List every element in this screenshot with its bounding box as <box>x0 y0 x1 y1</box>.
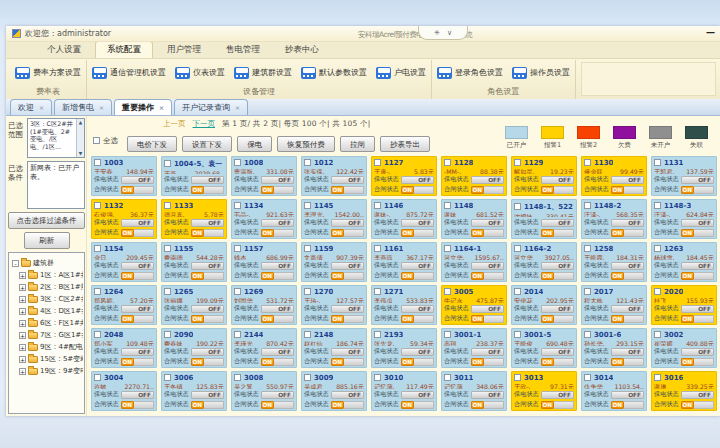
ribbon-button[interactable]: 户电设置 <box>376 67 426 79</box>
toolbar-button[interactable]: 电价下发 <box>127 136 177 152</box>
next-page-link[interactable]: 下一页 <box>193 119 216 129</box>
tree-item[interactable]: + 15区：5#变站 (3#... <box>19 354 83 364</box>
tree-item[interactable]: + 4区：D区1#井 (... <box>19 306 83 316</box>
tree-item[interactable]: + 3区：C区2#井 (1#... <box>19 294 83 304</box>
meter-checkbox[interactable] <box>94 202 101 209</box>
meter-checkbox[interactable] <box>94 159 101 166</box>
meter-checkbox[interactable] <box>94 245 101 252</box>
meter-checkbox[interactable] <box>374 159 381 166</box>
quick-access-icon[interactable]: ✳ <box>434 29 440 37</box>
selected-range-listbox[interactable]: 3区：C区2#井 (1#变电、2#变电、/区电、/1区... ▲ ▼ <box>27 118 85 158</box>
meter-checkbox[interactable] <box>94 288 101 295</box>
menu-tab[interactable]: 系统配置 <box>95 41 153 58</box>
menu-tab[interactable]: 个人设置 <box>36 42 92 58</box>
tree-item[interactable]: + 9区：4#配电井 (... <box>19 342 83 352</box>
expand-icon[interactable]: + <box>19 332 26 339</box>
meter-checkbox[interactable] <box>514 245 521 252</box>
scroll-up-icon[interactable]: ▲ <box>79 120 82 125</box>
expand-icon[interactable]: + <box>19 296 26 303</box>
meter-checkbox[interactable] <box>94 374 101 381</box>
expand-icon[interactable]: + <box>19 308 26 315</box>
expand-icon[interactable]: + <box>19 284 26 291</box>
expand-icon[interactable]: + <box>19 320 26 327</box>
ribbon-button[interactable]: 通信管理机设置 <box>92 67 166 79</box>
meter-checkbox[interactable] <box>654 374 661 381</box>
meter-checkbox[interactable] <box>444 245 451 252</box>
expand-icon[interactable]: + <box>19 368 26 375</box>
toolbar-button[interactable]: 设置下发 <box>182 136 232 152</box>
meter-checkbox[interactable] <box>164 331 171 338</box>
meter-checkbox[interactable] <box>164 245 171 252</box>
filter-button[interactable]: 点击选择过滤条件 <box>8 212 85 229</box>
meter-checkbox[interactable] <box>234 159 241 166</box>
meter-checkbox[interactable] <box>444 202 451 209</box>
close-tab-icon[interactable]: × <box>99 104 104 111</box>
meter-checkbox[interactable] <box>444 288 451 295</box>
meter-checkbox[interactable] <box>584 288 591 295</box>
meter-checkbox[interactable] <box>94 331 101 338</box>
meter-checkbox[interactable] <box>304 374 311 381</box>
menu-tab[interactable]: 售电管理 <box>215 42 271 58</box>
meter-checkbox[interactable] <box>514 374 521 381</box>
meter-checkbox[interactable] <box>654 245 661 252</box>
meter-checkbox[interactable] <box>444 159 451 166</box>
tree-item[interactable]: + 19区：9#变电站 <box>19 366 83 376</box>
toolbar-button[interactable]: 拉闸 <box>340 136 375 152</box>
expand-icon[interactable]: + <box>19 272 26 279</box>
meter-checkbox[interactable] <box>584 159 591 166</box>
meter-checkbox[interactable] <box>514 331 521 338</box>
ribbon-button[interactable]: 默认参数设置 <box>301 67 367 79</box>
collapse-icon[interactable]: - <box>12 260 19 267</box>
menu-tab[interactable]: 抄表中心 <box>274 42 330 58</box>
meter-checkbox[interactable] <box>234 245 241 252</box>
chevron-down-icon[interactable]: ∨ <box>447 29 452 37</box>
document-tab[interactable]: 开户记录查询 × <box>174 99 248 115</box>
tree-item[interactable]: + 2区：B区1#热泵( <box>19 282 83 292</box>
meter-checkbox[interactable] <box>584 245 591 252</box>
meter-checkbox[interactable] <box>164 202 171 209</box>
meter-checkbox[interactable] <box>584 202 591 209</box>
ribbon-button[interactable]: 费率方案设置 <box>15 67 81 79</box>
meter-checkbox[interactable] <box>164 374 171 381</box>
close-tab-icon[interactable]: × <box>235 104 240 111</box>
listbox-scrollbar[interactable]: ▲ ▼ <box>76 119 84 157</box>
refresh-button[interactable]: 刷新 <box>24 232 70 249</box>
close-tab-icon[interactable]: × <box>159 104 164 111</box>
toolbar-button[interactable]: 保电 <box>237 136 272 152</box>
meter-checkbox[interactable] <box>374 374 381 381</box>
meter-checkbox[interactable] <box>234 288 241 295</box>
meter-checkbox[interactable] <box>164 160 171 167</box>
meter-checkbox[interactable] <box>444 374 451 381</box>
meter-checkbox[interactable] <box>654 331 661 338</box>
meter-checkbox[interactable] <box>234 331 241 338</box>
meter-checkbox[interactable] <box>374 245 381 252</box>
meter-checkbox[interactable] <box>584 331 591 338</box>
meter-checkbox[interactable] <box>234 202 241 209</box>
meter-checkbox[interactable] <box>304 288 311 295</box>
scroll-down-icon[interactable]: ▼ <box>79 151 82 156</box>
meter-checkbox[interactable] <box>374 331 381 338</box>
meter-checkbox[interactable] <box>584 374 591 381</box>
meter-checkbox[interactable] <box>514 288 521 295</box>
expand-icon[interactable]: + <box>19 356 26 363</box>
document-tab[interactable]: 新增售电 × <box>54 99 112 115</box>
ribbon-button[interactable]: 仪表设置 <box>175 67 225 79</box>
meter-checkbox[interactable] <box>374 288 381 295</box>
menu-tab[interactable]: 用户管理 <box>156 42 212 58</box>
meter-checkbox[interactable] <box>304 202 311 209</box>
meter-checkbox[interactable] <box>164 288 171 295</box>
toolbar-button[interactable]: 恢复预付费 <box>277 136 335 152</box>
tree-item[interactable]: + 7区：G区1#井 <box>19 330 83 340</box>
tree-root[interactable]: - 建筑群 <box>12 258 83 268</box>
meter-checkbox[interactable] <box>304 159 311 166</box>
selected-condition-box[interactable]: 新网表：已开户表。 <box>27 161 85 209</box>
close-tab-icon[interactable]: × <box>39 104 44 111</box>
ribbon-button[interactable]: 操作员设置 <box>512 67 570 79</box>
prev-page-link[interactable]: 上一页 <box>163 119 186 129</box>
meter-checkbox[interactable] <box>304 245 311 252</box>
toolbar-button[interactable]: 抄表导出 <box>380 136 430 152</box>
meter-checkbox[interactable] <box>234 374 241 381</box>
meter-checkbox[interactable] <box>654 288 661 295</box>
meter-checkbox[interactable] <box>514 203 521 210</box>
ribbon-button[interactable]: 建筑群设置 <box>234 67 292 79</box>
